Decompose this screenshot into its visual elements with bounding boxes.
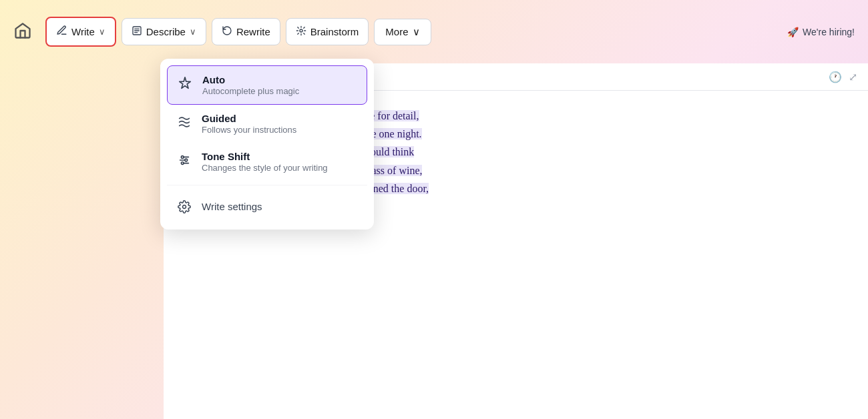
menu-item-guided[interactable]: Guided Follows your instructions (167, 105, 367, 143)
write-dropdown-menu: Auto Autocomplete plus magic Guided Foll… (160, 59, 374, 230)
auto-text: Auto Autocomplete plus magic (202, 74, 299, 96)
guided-subtitle: Follows your instructions (202, 125, 296, 135)
more-label: More (385, 26, 408, 37)
rocket-icon: 🚀 (787, 27, 799, 37)
rewrite-button[interactable]: Rewrite (212, 18, 280, 45)
menu-item-toneshift[interactable]: Tone Shift Changes the style of your wri… (167, 143, 367, 181)
rewrite-icon (222, 25, 232, 38)
write-chevron-icon: ∨ (99, 27, 105, 37)
hiring-link[interactable]: 🚀 We're hiring! (787, 27, 855, 37)
home-icon[interactable] (13, 21, 32, 43)
toneshift-subtitle: Changes the style of your writing (202, 163, 328, 173)
rewrite-label: Rewrite (236, 26, 270, 37)
toneshift-icon (176, 152, 192, 168)
guided-title: Guided (202, 113, 296, 124)
auto-subtitle: Autocomplete plus magic (202, 86, 299, 96)
settings-icon (176, 199, 192, 215)
write-button[interactable]: Write ∨ (45, 17, 116, 47)
describe-label: Describe (146, 26, 186, 37)
menu-divider (167, 185, 367, 185)
menu-item-write-settings[interactable]: Write settings (167, 189, 367, 223)
hiring-label: We're hiring! (803, 27, 855, 37)
toneshift-text: Tone Shift Changes the style of your wri… (202, 151, 328, 173)
more-button[interactable]: More ∨ (374, 19, 431, 45)
toneshift-title: Tone Shift (202, 151, 328, 162)
svg-point-5 (183, 205, 186, 209)
brainstorm-button[interactable]: Brainstorm (286, 18, 369, 45)
history-icon[interactable]: 🕐 (829, 71, 842, 83)
brainstorm-icon (296, 25, 306, 38)
auto-title: Auto (202, 74, 299, 85)
left-sidebar (0, 63, 164, 419)
settings-label: Write settings (202, 201, 262, 212)
svg-point-1 (300, 29, 302, 32)
describe-icon (132, 25, 142, 38)
pen-icon (56, 25, 67, 39)
menu-item-auto[interactable]: Auto Autocomplete plus magic (167, 65, 367, 105)
topbar: Write ∨ Describe ∨ Rewrite (0, 0, 868, 63)
toolbar-right-icons: 🕐 ⤢ (829, 71, 857, 83)
auto-sparkle-icon (177, 75, 193, 91)
more-chevron-icon: ∨ (413, 26, 420, 38)
describe-button[interactable]: Describe ∨ (122, 18, 206, 45)
guided-text: Guided Follows your instructions (202, 113, 296, 135)
expand-icon[interactable]: ⤢ (849, 71, 857, 83)
brainstorm-label: Brainstorm (310, 26, 359, 37)
write-label: Write (71, 26, 95, 37)
describe-chevron-icon: ∨ (190, 27, 196, 37)
guided-icon (176, 114, 192, 130)
